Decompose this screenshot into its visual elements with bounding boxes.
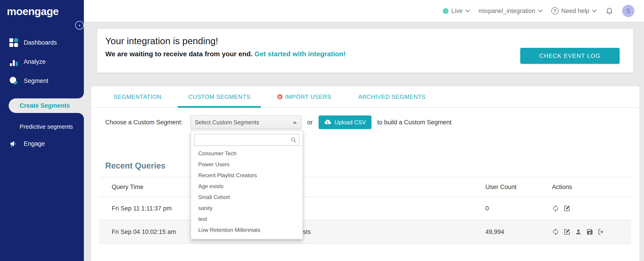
dropdown-option[interactable]: test [191, 214, 303, 225]
tab-archived-segments[interactable]: ARCHIVED SEGMENTS [358, 86, 426, 107]
sidebar-curve [0, 92, 84, 98]
save-icon[interactable] [586, 228, 594, 236]
banner-title: Your integration is pending! [105, 36, 633, 46]
user-count-cell: 0 [486, 205, 552, 212]
sidebar-item-engage[interactable]: Engage [0, 136, 84, 151]
recent-queries-heading: Recent Queries [105, 161, 640, 171]
export-icon[interactable] [598, 228, 605, 236]
import-users-dot-icon [277, 94, 282, 99]
dropdown-option[interactable]: Consumer Tech [191, 148, 303, 159]
environment-switcher[interactable]: Live [443, 7, 470, 14]
project-name: mixpanel_integration [478, 7, 535, 14]
custom-segments-dropdown: Consumer Tech Power Users Recent Playlis… [191, 130, 303, 239]
upload-csv-label: Upload CSV [334, 119, 366, 126]
select-arrow-up-icon [293, 121, 297, 124]
avatar-initial: S [626, 7, 630, 14]
refresh-icon[interactable] [552, 205, 559, 212]
actions-cell [552, 205, 631, 212]
sidebar-item-label: Predictive segments [20, 123, 73, 130]
edit-icon[interactable] [563, 228, 570, 236]
sidebar-item-segment[interactable]: Segment [0, 73, 84, 88]
integration-pending-banner: Your integration is pending! We are wait… [97, 29, 634, 73]
need-help-label: Need help [561, 7, 589, 14]
tab-label: ARCHIVED SEGMENTS [358, 93, 426, 100]
chevron-down-icon [592, 9, 596, 12]
select-value: Select Custom Segments [195, 119, 259, 126]
notifications-bell-icon[interactable] [605, 7, 614, 15]
sidebar-item-label: Create Segments [20, 102, 70, 109]
dropdown-search-input[interactable] [194, 134, 300, 146]
edit-icon[interactable] [563, 205, 570, 212]
dropdown-option[interactable]: Age exists [191, 181, 303, 192]
banner-subtitle-text: We are waiting to receive data from your… [105, 50, 252, 58]
tab-custom-segments[interactable]: CUSTOM SEGMENTS [188, 86, 250, 107]
tab-label: SEGMENTATION [114, 93, 161, 100]
sidebar-item-label: Segment [24, 77, 48, 84]
chooser-suffix: to build a Custom Segment [378, 119, 452, 126]
dropdown-option[interactable]: Small Cohort [191, 192, 303, 203]
sidebar-item-dashboards[interactable]: Dashboards [0, 35, 84, 50]
table-row: Fri Sep 04 10:02:15 am Users in custom s… [99, 220, 631, 244]
dropdown-option[interactable]: Recent Playlist Creators [191, 170, 303, 181]
segment-pie-icon [9, 76, 18, 85]
column-header-actions: Actions [552, 184, 631, 191]
segment-tabs: SEGMENTATION CUSTOM SEGMENTS IMPORT USER… [91, 86, 640, 108]
sidebar-collapse-button[interactable]: ‹ [75, 21, 84, 30]
refresh-icon[interactable] [552, 228, 559, 236]
table-row: Fri Sep 11 1:11:37 pm 0 [99, 197, 631, 220]
search-icon [290, 137, 297, 143]
chevron-down-icon [538, 9, 542, 12]
sidebar-item-predictive-segments[interactable]: Predictive segments [0, 120, 84, 133]
need-help-menu[interactable]: ? Need help [551, 7, 596, 14]
get-started-link[interactable]: Get started with integration! [254, 50, 346, 58]
question-mark-icon: ? [551, 7, 558, 14]
dashboards-grid-icon [9, 38, 18, 47]
user-icon[interactable] [575, 228, 582, 236]
upload-csv-button[interactable]: Upload CSV [318, 115, 372, 129]
recent-queries-table: Query Time User Count Actions Fri Sep 11… [99, 177, 631, 244]
chevron-down-icon [465, 9, 470, 12]
column-header-user-count: User Count [486, 184, 552, 191]
sidebar-curve [0, 113, 84, 119]
sidebar-item-label: Analyze [24, 58, 46, 65]
check-event-log-button[interactable]: CHECK EVENT LOG [520, 48, 620, 64]
or-label: or [307, 119, 313, 126]
dropdown-option[interactable]: Power Users [191, 159, 303, 170]
tab-segmentation[interactable]: SEGMENTATION [114, 86, 161, 107]
cloud-upload-icon [324, 119, 331, 126]
engage-megaphone-icon [9, 139, 18, 148]
tab-label: IMPORT USERS [285, 93, 331, 100]
dropdown-search [194, 134, 300, 146]
sidebar-item-analyze[interactable]: Analyze [0, 54, 84, 69]
sidebar-item-create-segments[interactable]: Create Segments [9, 98, 84, 113]
dropdown-option[interactable]: sanity [191, 203, 303, 214]
custom-segment-chooser: Choose a Custom Segment: Select Custom S… [105, 115, 640, 129]
actions-cell [552, 228, 631, 236]
project-switcher[interactable]: mixpanel_integration [478, 7, 542, 14]
moengage-logo: moengage [0, 0, 84, 21]
top-bar: Live mixpanel_integration ? Need help S [84, 0, 644, 22]
custom-segments-select[interactable]: Select Custom Segments [190, 115, 301, 129]
chooser-label: Choose a Custom Segment: [105, 119, 184, 126]
user-count-cell: 49,994 [486, 229, 552, 236]
live-status-dot-icon [443, 8, 448, 14]
user-avatar[interactable]: S [622, 5, 634, 17]
sidebar-item-label: Engage [24, 140, 45, 147]
segments-panel: SEGMENTATION CUSTOM SEGMENTS IMPORT USER… [91, 86, 640, 261]
analyze-barchart-icon [9, 57, 18, 66]
table-header-row: Query Time User Count Actions [99, 177, 631, 197]
sidebar-item-label: Dashboards [24, 39, 57, 46]
tab-import-users[interactable]: IMPORT USERS [277, 86, 331, 107]
tab-label: CUSTOM SEGMENTS [188, 93, 250, 100]
sidebar: moengage ‹ Dashboards Analyze Segment [0, 0, 84, 261]
dropdown-option[interactable]: Low Retention Millennials [191, 225, 303, 236]
live-label: Live [451, 7, 462, 14]
